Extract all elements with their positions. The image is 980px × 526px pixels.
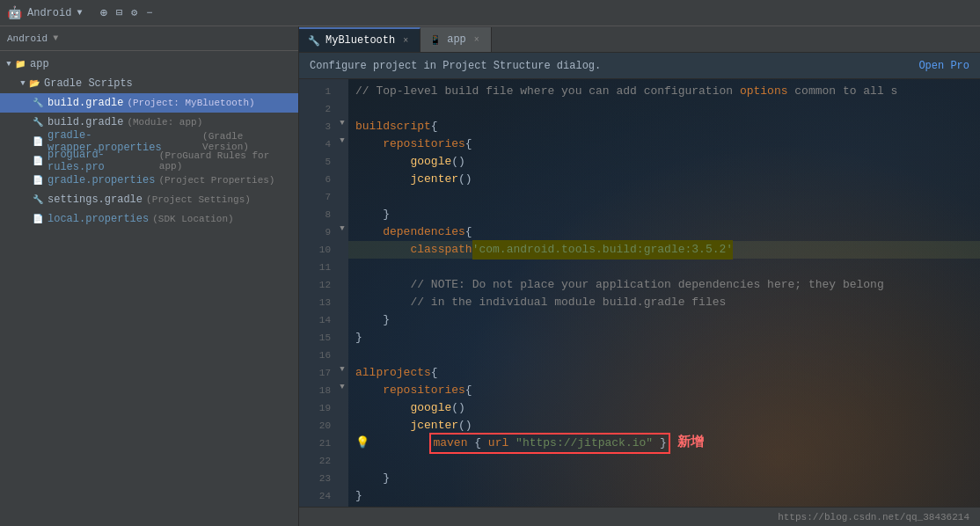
code-line-1: // Top-level build file where you can ad… (348, 83, 980, 100)
code-editor[interactable]: 1 2 3 4 5 6 7 8 9 10 11 12 13 14 15 16 1 (299, 79, 980, 507)
code-text (355, 223, 383, 241)
sidebar-item-label: gradle.properties (48, 174, 155, 186)
titlebar-left: 🤖 Android ▼ ⊕ ⊟ ⚙ − (7, 5, 153, 20)
line-num-7: 7 (303, 188, 331, 206)
code-content[interactable]: // Top-level build file where you can ad… (348, 79, 980, 507)
gradle-file-icon: 🔧 (32, 116, 44, 128)
sidebar-item-gradle-properties[interactable]: 📄 gradle.properties (Project Properties) (0, 171, 298, 190)
gutter-13 (336, 290, 348, 308)
line-numbers: 1 2 3 4 5 6 7 8 9 10 11 12 13 14 15 16 1 (299, 79, 336, 507)
sidebar-item-app[interactable]: 📁 app (0, 55, 298, 74)
sidebar-item-gradle-scripts[interactable]: 📂 Gradle Scripts (0, 74, 298, 93)
code-text (355, 399, 410, 417)
titlebar-icons: ⊕ ⊟ ⚙ − (99, 5, 152, 20)
tab-app[interactable]: 📱 app × (421, 27, 492, 52)
line-num-25: 25 (303, 505, 331, 507)
code-text: dependencies (383, 223, 465, 241)
line-num-1: 1 (303, 83, 331, 100)
line-num-16: 16 (303, 347, 331, 364)
sidebar-item-settings-gradle[interactable]: 🔧 settings.gradle (Project Settings) (0, 190, 298, 209)
tab-mybluetooth[interactable]: 🔧 MyBluetooth × (299, 27, 421, 52)
code-text (355, 153, 410, 171)
add-icon[interactable]: ⊕ (99, 5, 106, 20)
code-text (355, 382, 383, 399)
code-line-7 (348, 188, 980, 206)
code-line-22 (348, 452, 980, 470)
sidebar-item-meta: (Gradle Version) (202, 131, 291, 152)
titlebar: 🤖 Android ▼ ⊕ ⊟ ⚙ − (0, 0, 980, 26)
code-text: repositories (383, 382, 465, 399)
right-content: 🔧 MyBluetooth × 📱 app × Configure projec… (299, 26, 980, 526)
gear-icon[interactable]: ⚙ (131, 6, 137, 19)
code-line-5: google () (348, 153, 980, 171)
code-line-23: } (348, 470, 980, 487)
properties-file-icon: 📄 (32, 174, 44, 186)
gutter-12 (336, 273, 348, 290)
notification-link[interactable]: Open Pro (918, 60, 969, 72)
sidebar-item-label: proguard-rules.pro (48, 149, 156, 173)
code-text: } (355, 329, 362, 347)
bulb-icon[interactable]: 💡 (355, 435, 369, 452)
gutter-4: ▼ (336, 132, 348, 150)
folder-icon: 📁 (14, 58, 26, 70)
code-text: { (474, 436, 488, 449)
gutter-15 (336, 325, 348, 343)
line-num-10: 10 (303, 241, 331, 259)
sidebar-item-build-gradle-project[interactable]: 🔧 build.gradle (Project: MyBluetooth) (0, 93, 298, 113)
sidebar-item-proguard[interactable]: 📄 proguard-rules.pro (ProGuard Rules for… (0, 151, 298, 171)
sidebar-item-label: app (30, 58, 49, 70)
properties-file-icon: 📄 (32, 135, 44, 148)
arrow-down-icon (18, 78, 28, 89)
gutter-1 (336, 79, 348, 97)
gutter-18: ▼ (336, 378, 348, 396)
code-text: { (465, 382, 472, 399)
code-text (355, 241, 410, 259)
code-text: repositories (383, 135, 465, 153)
sidebar-header: Android ▼ (0, 26, 298, 51)
code-line-11 (348, 259, 980, 276)
line-num-2: 2 (303, 100, 331, 118)
gradle-file-icon: 🔧 (32, 97, 44, 109)
dropdown-arrow-icon[interactable]: ▼ (77, 8, 82, 18)
code-text: google (410, 153, 451, 171)
sidebar: Android ▼ 📁 app 📂 Gradle Scripts 🔧 build… (0, 26, 299, 526)
arrow-down-icon (4, 59, 14, 69)
minimize-icon[interactable]: − (146, 7, 152, 19)
split-icon[interactable]: ⊟ (116, 6, 122, 19)
code-text (355, 294, 410, 311)
line-num-21: 21 (303, 435, 331, 452)
csdn-url[interactable]: https://blog.csdn.net/qq_38436214 (778, 512, 969, 522)
code-line-16 (348, 347, 980, 364)
code-text: buildscript (355, 118, 431, 135)
code-line-2 (348, 100, 980, 118)
tab-close-mybluetooth[interactable]: × (400, 35, 411, 46)
sidebar-dropdown-icon[interactable]: ▼ (53, 33, 58, 43)
statusbar: https://blog.csdn.net/qq_38436214 (299, 507, 980, 526)
line-num-13: 13 (303, 294, 331, 311)
code-text: } (660, 436, 667, 449)
gutter-16 (336, 343, 348, 361)
properties-file-icon: 📄 (32, 213, 44, 225)
line-num-5: 5 (303, 153, 331, 171)
sidebar-item-label: local.properties (48, 213, 149, 225)
line-num-3: 3 (303, 118, 331, 135)
gradle-folder-icon: 📂 (28, 77, 40, 90)
gutter-6 (336, 167, 348, 185)
gutter-22 (336, 449, 348, 466)
gutter-14 (336, 308, 348, 325)
gutter-20 (336, 413, 348, 431)
gutter-19 (336, 396, 348, 413)
sidebar-item-local-properties[interactable]: 📄 local.properties (SDK Location) (0, 209, 298, 229)
code-line-6: jcenter () (348, 171, 980, 188)
code-line-24: } (348, 487, 980, 505)
gutter-23 (336, 466, 348, 484)
sidebar-item-label: build.gradle (48, 116, 123, 128)
code-text (375, 435, 429, 452)
code-text: } (355, 470, 390, 487)
tab-close-app[interactable]: × (472, 34, 482, 45)
sidebar-item-meta: (Project: MyBluetooth) (127, 98, 254, 108)
line-num-15: 15 (303, 329, 331, 347)
code-text (355, 276, 410, 294)
code-text: () (458, 171, 472, 188)
maven-box: maven { url "https://jitpack.io" } (429, 433, 669, 454)
